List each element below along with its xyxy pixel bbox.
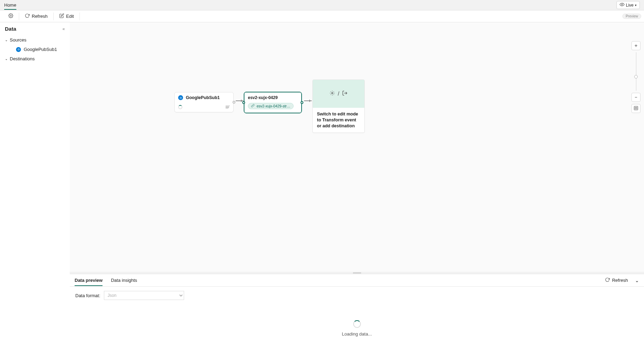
refresh-icon <box>605 277 610 283</box>
source-connector-icon: ◎ <box>178 95 183 100</box>
exit-icon <box>342 90 348 97</box>
connector <box>236 100 243 101</box>
ribbon: Refresh Edit Preview <box>0 10 644 22</box>
tab-data-preview[interactable]: Data preview <box>75 274 103 286</box>
canvas[interactable]: ◎ GooglePubSub1 esv2-xujx-0429 <box>70 22 644 272</box>
output-port[interactable] <box>301 101 303 104</box>
destinations-label: Destinations <box>10 56 35 61</box>
splitter-grip[interactable] <box>353 272 361 273</box>
data-format-label: Data format: <box>75 293 100 298</box>
loading-spinner-icon <box>353 320 361 328</box>
destinations-section[interactable]: ⌄ Destinations <box>2 54 68 63</box>
separator: / <box>338 91 339 97</box>
stream-badge[interactable]: esv2-xujx-0429-str… <box>248 103 294 109</box>
zoom-slider[interactable] <box>636 52 636 91</box>
sources-section[interactable]: ⌄ Sources <box>2 35 68 45</box>
zoom-in-button[interactable]: ＋ <box>631 41 641 50</box>
chevron-down-icon: ▾ <box>635 3 637 7</box>
loading-area: Loading data... <box>75 300 638 357</box>
sources-label: Sources <box>10 37 26 43</box>
bottom-pane: Data preview Data insights Refresh ⌄ <box>70 274 644 361</box>
svg-rect-4 <box>634 106 638 110</box>
zoom-out-button[interactable]: － <box>631 93 641 102</box>
edit-icon <box>59 13 64 19</box>
zoom-controls: ＋ － <box>631 41 641 113</box>
plus-icon: ＋ <box>634 43 638 49</box>
refresh-label: Refresh <box>32 14 48 19</box>
sidebar-item-label: GooglePubSub1 <box>24 47 57 52</box>
placeholder-destination-node[interactable]: / Switch to edit mode to Transform event… <box>312 80 365 133</box>
eye-icon <box>620 2 624 8</box>
details-icon <box>226 106 230 109</box>
fit-view-button[interactable] <box>631 104 641 113</box>
preview-badge: Preview <box>622 14 641 19</box>
settings-button[interactable] <box>6 12 15 21</box>
chevron-down-icon: ⌄ <box>635 278 639 283</box>
collapse-bottom-pane-button[interactable]: ⌄ <box>635 278 639 283</box>
svg-point-0 <box>621 4 623 5</box>
source-node-title: GooglePubSub1 <box>186 95 220 100</box>
placeholder-text: Switch to edit mode to Transform event o… <box>313 108 364 133</box>
connector <box>304 100 312 101</box>
input-port[interactable] <box>242 101 245 104</box>
refresh-button[interactable]: Refresh <box>23 12 50 21</box>
zoom-thumb[interactable] <box>634 75 638 78</box>
edit-button[interactable]: Edit <box>57 12 76 21</box>
minus-icon: － <box>634 94 638 100</box>
collapse-sidebar-button[interactable]: « <box>62 27 65 31</box>
loading-text: Loading data... <box>342 331 372 337</box>
gear-icon <box>8 13 13 19</box>
tab-data-insights[interactable]: Data insights <box>111 274 137 286</box>
svg-point-2 <box>332 92 333 94</box>
source-node-googlepubsub1[interactable]: ◎ GooglePubSub1 <box>174 92 234 112</box>
sidebar: Data « ⌄ Sources ◎ GooglePubSub1 ⌄ Desti… <box>0 22 70 361</box>
svg-point-1 <box>10 15 12 16</box>
bottom-refresh-label: Refresh <box>612 278 628 283</box>
stream-node-title: esv2-xujx-0429 <box>248 95 298 100</box>
tab-home[interactable]: Home <box>4 0 16 10</box>
live-label: Live <box>626 3 634 8</box>
canvas-wrap: ◎ GooglePubSub1 esv2-xujx-0429 <box>70 22 644 361</box>
chevron-double-left-icon: « <box>62 27 65 31</box>
chevron-down-icon: ⌄ <box>5 57 8 61</box>
data-format-select[interactable]: Json <box>104 291 184 300</box>
refresh-icon <box>25 13 30 19</box>
live-status-button[interactable]: Live ▾ <box>616 1 640 9</box>
loading-spinner-icon <box>178 105 182 109</box>
stream-badge-label: esv2-xujx-0429-str… <box>257 104 290 108</box>
stream-node[interactable]: esv2-xujx-0429 esv2-xujx-0429-str… <box>244 92 302 113</box>
svg-rect-5 <box>635 107 637 109</box>
link-icon <box>251 104 255 108</box>
bottom-refresh-button[interactable]: Refresh <box>603 276 630 285</box>
chevron-down-icon: ⌄ <box>5 38 8 42</box>
edit-label: Edit <box>66 14 74 19</box>
fit-icon <box>634 106 638 112</box>
transform-icon <box>329 90 335 97</box>
source-connector-icon: ◎ <box>16 47 21 52</box>
sidebar-title: Data <box>5 26 16 32</box>
output-port[interactable] <box>233 101 235 104</box>
top-tabstrip: Home Live ▾ <box>0 0 644 10</box>
sidebar-item-googlepubsub1[interactable]: ◎ GooglePubSub1 <box>2 45 68 54</box>
main: Data « ⌄ Sources ◎ GooglePubSub1 ⌄ Desti… <box>0 22 644 361</box>
